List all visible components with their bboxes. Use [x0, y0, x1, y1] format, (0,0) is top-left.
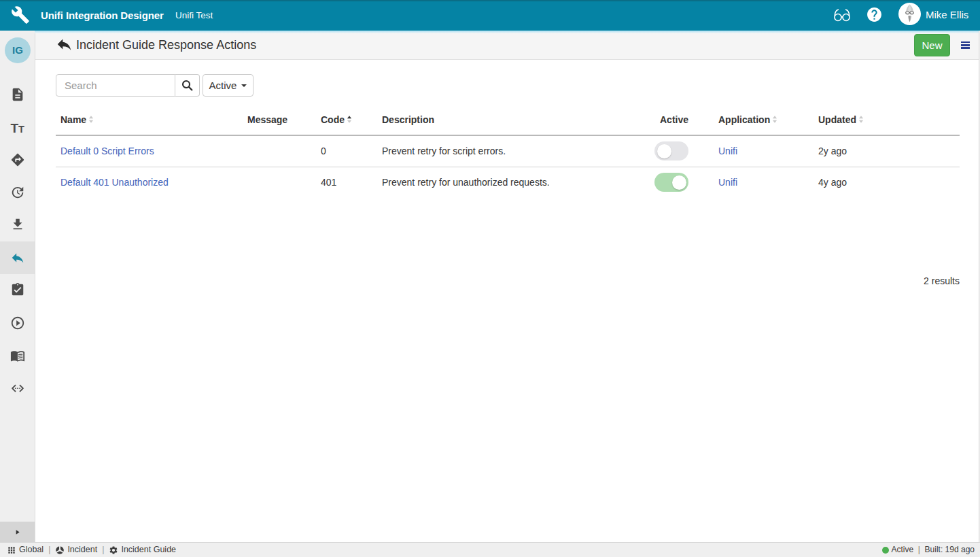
svg-text:T: T: [18, 124, 24, 135]
svg-text:T: T: [10, 121, 18, 135]
